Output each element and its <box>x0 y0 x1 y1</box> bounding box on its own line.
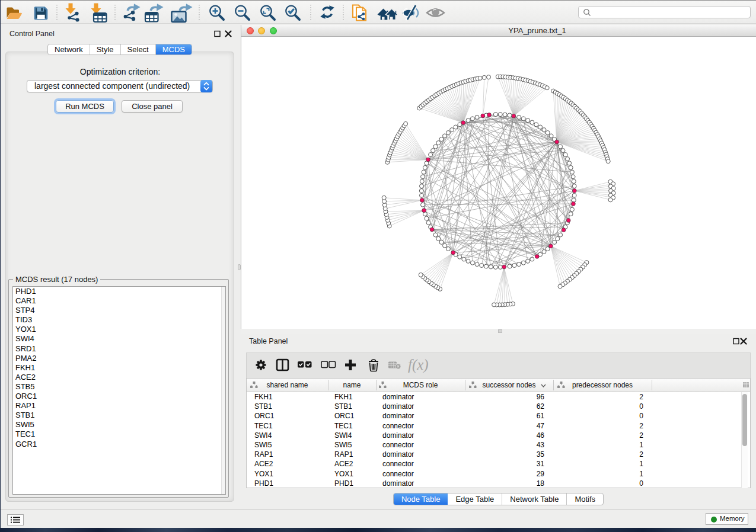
svg-text:f(x): f(x) <box>408 357 429 373</box>
